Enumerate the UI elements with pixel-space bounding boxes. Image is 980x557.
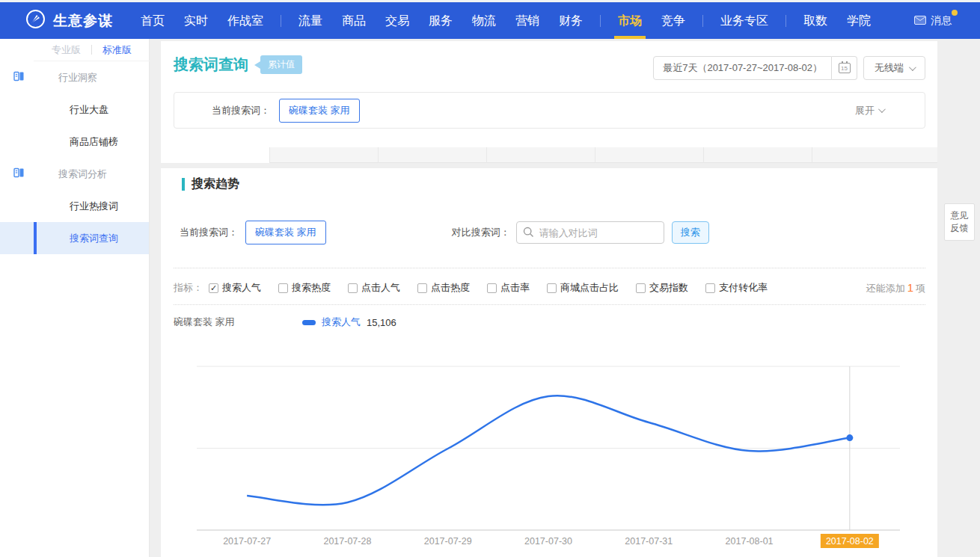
metric-支付转化率[interactable]: 支付转化率 — [705, 281, 768, 295]
nav-item-财务[interactable]: 财务 — [549, 2, 592, 39]
brand-name[interactable]: 生意参谋 — [53, 11, 113, 31]
sidebar-item-商品店铺榜[interactable]: 商品店铺榜 — [0, 126, 149, 158]
search-trend-card: 搜索趋势 当前搜索词： 碗碟套装 家用 对比搜索词： 搜索 — [161, 168, 937, 557]
page-title: 搜索词查询 — [174, 55, 248, 75]
metric-交易指数[interactable]: 交易指数 — [636, 281, 688, 295]
calendar-button[interactable]: 15 — [832, 56, 857, 80]
feedback-button[interactable]: 意见 反馈 — [944, 203, 975, 241]
nav-item-交易[interactable]: 交易 — [376, 2, 419, 39]
search-button[interactable]: 搜索 — [672, 221, 709, 244]
metric-label: 点击热度 — [431, 281, 470, 295]
legend-row: 碗碟套装 家用 搜索人气 15,106 — [174, 315, 396, 330]
sidebar-item-label: 行业洞察 — [58, 71, 97, 84]
current-term-tag[interactable]: 碗碟套装 家用 — [279, 99, 360, 123]
current-term-tag[interactable]: 碗碟套装 家用 — [245, 221, 326, 244]
sidebar-item-label: 搜索词查询 — [70, 232, 118, 245]
sidebar-item-label: 搜索词分析 — [58, 167, 107, 181]
version-tab-专业版[interactable]: 专业版 — [52, 43, 81, 57]
badge-arrow — [254, 61, 260, 69]
sidebar-item-搜索词查询[interactable]: 搜索词查询 — [0, 222, 149, 254]
nav-divider — [702, 15, 703, 27]
nav-item-首页[interactable]: 首页 — [131, 2, 174, 39]
metric-label: 点击人气 — [361, 281, 400, 295]
brand-area[interactable]: 生意参谋 — [0, 9, 113, 32]
metric-点击率[interactable]: 点击率 — [487, 281, 530, 295]
version-tab-标准版[interactable]: 标准版 — [102, 43, 132, 57]
divider — [174, 268, 925, 268]
trend-chart[interactable]: 2017-07-272017-07-282017-07-292017-07-30… — [197, 364, 900, 557]
checkbox-icon[interactable] — [487, 283, 497, 293]
nav-item-业务专区[interactable]: 业务专区 — [711, 2, 778, 39]
checkbox-icon[interactable] — [636, 283, 646, 293]
result-tab-2[interactable] — [269, 147, 378, 163]
expand-toggle[interactable]: 展开 — [855, 104, 883, 117]
checkbox-checked-icon[interactable]: ✓ — [209, 283, 218, 293]
checkbox-icon[interactable] — [417, 283, 427, 293]
metric-label: 交易指数 — [649, 281, 688, 295]
sidebar-item-行业洞察[interactable]: 行业洞察 — [0, 61, 149, 93]
metric-搜索人气[interactable]: ✓搜索人气 — [209, 281, 261, 295]
x-tick-label: 2017-07-27 — [223, 536, 271, 547]
metric-label: 搜索热度 — [292, 281, 331, 295]
x-tick-label: 2017-08-01 — [726, 536, 774, 547]
terminal-value: 无线端 — [875, 61, 904, 75]
metrics-list: ✓搜索人气搜索热度点击人气点击热度点击率商城点击占比交易指数支付转化率 — [209, 281, 785, 295]
current-term-label: 当前搜索词： — [212, 104, 270, 117]
metric-点击人气[interactable]: 点击人气 — [348, 281, 400, 295]
nav-item-竞争[interactable]: 竞争 — [652, 2, 695, 39]
nav-item-服务[interactable]: 服务 — [419, 2, 462, 39]
checkbox-icon[interactable] — [348, 283, 358, 293]
search-icon — [523, 227, 534, 241]
result-tab-3[interactable] — [378, 147, 486, 163]
data-point-latest[interactable] — [846, 434, 853, 441]
sidebar-item-行业大盘[interactable]: 行业大盘 — [0, 93, 149, 126]
result-tab-1[interactable] — [161, 147, 269, 163]
nav-item-营销[interactable]: 营销 — [506, 2, 549, 39]
metric-label: 商城点击占比 — [560, 281, 619, 295]
compare-term-input[interactable] — [516, 221, 664, 244]
result-tab-6[interactable] — [703, 147, 812, 163]
nav-item-商品[interactable]: 商品 — [332, 2, 376, 39]
terminal-select[interactable]: 无线端 — [863, 56, 925, 80]
current-term-box: 当前搜索词： 碗碟套装 家用 展开 — [174, 92, 925, 129]
message-button[interactable]: 消息 — [914, 14, 980, 28]
checkbox-icon[interactable] — [547, 283, 557, 293]
metric-搜索热度[interactable]: 搜索热度 — [278, 281, 331, 295]
legend-item-search-popularity[interactable]: 搜索人气 15,106 — [302, 316, 396, 329]
metric-点击热度[interactable]: 点击热度 — [417, 281, 470, 295]
checkbox-icon[interactable] — [705, 283, 715, 293]
message-label: 消息 — [931, 14, 952, 28]
x-tick-label: 2017-07-31 — [625, 536, 673, 547]
nav-items: 首页实时作战室流量商品交易服务物流营销财务市场竞争业务专区取数学院 — [131, 2, 914, 39]
section-head: 搜索趋势 — [182, 176, 239, 192]
compare-term-label: 对比搜索词： — [452, 226, 510, 239]
sidebar-item-搜索词分析[interactable]: 搜索词分析 — [0, 158, 149, 190]
nav-item-作战室[interactable]: 作战室 — [218, 2, 273, 39]
nav-item-学院[interactable]: 学院 — [837, 2, 881, 39]
result-tab-4[interactable] — [486, 147, 595, 163]
nav-item-实时[interactable]: 实时 — [174, 2, 218, 39]
chevron-down-icon — [909, 64, 916, 71]
x-tick-label: 2017-07-29 — [424, 536, 472, 547]
expand-label: 展开 — [855, 104, 875, 117]
metric-label: 支付转化率 — [719, 281, 768, 295]
trend-line-chart: 2017-07-272017-07-282017-07-292017-07-30… — [197, 364, 900, 557]
version-divider — [91, 45, 92, 55]
nav-item-流量[interactable]: 流量 — [289, 2, 332, 39]
checkbox-icon[interactable] — [278, 283, 288, 293]
metric-label: 点击率 — [500, 281, 530, 295]
metric-商城点击占比[interactable]: 商城点击占比 — [547, 281, 619, 295]
date-controls: 最近7天（2017-07-27~2017-08-02） 15 无线端 — [653, 56, 925, 80]
nav-item-市场[interactable]: 市场 — [608, 2, 652, 39]
nav-item-取数[interactable]: 取数 — [794, 2, 837, 39]
main-page: 搜索词查询 累计值 最近7天（2017-07-27~2017-08-02） 15… — [150, 39, 980, 557]
metrics-row: 指标： ✓搜索人气搜索热度点击人气点击热度点击率商城点击占比交易指数支付转化率 … — [174, 277, 925, 298]
nav-item-物流[interactable]: 物流 — [462, 2, 506, 39]
brand-logo-icon — [25, 9, 46, 32]
result-tab-5[interactable] — [595, 147, 703, 163]
date-range-button[interactable]: 最近7天（2017-07-27~2017-08-02） — [653, 56, 832, 80]
legend-term: 碗碟套装 家用 — [174, 316, 302, 329]
chevron-down-icon — [878, 105, 886, 113]
sidebar-item-行业热搜词[interactable]: 行业热搜词 — [0, 190, 149, 222]
result-tab-7[interactable] — [812, 147, 937, 163]
